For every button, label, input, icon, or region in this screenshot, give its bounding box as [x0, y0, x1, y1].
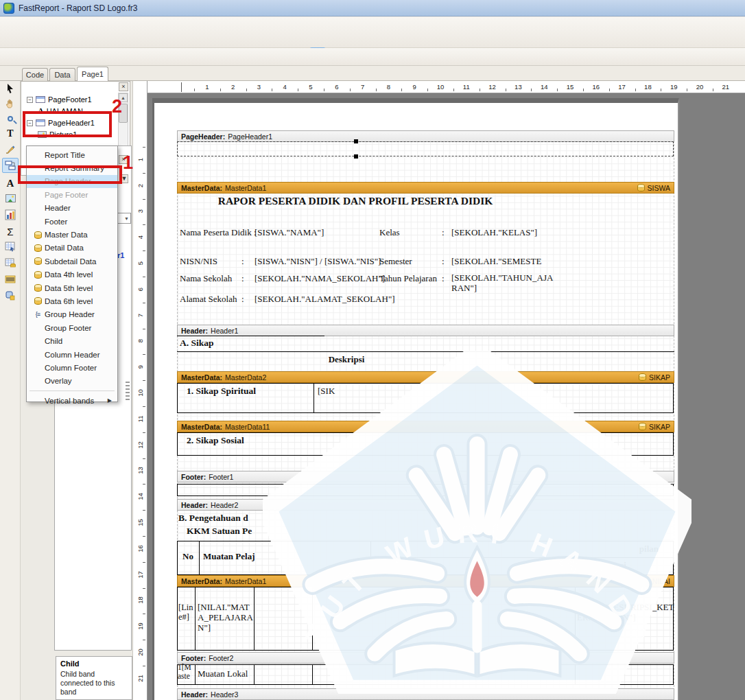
- field-separator[interactable]: :: [241, 273, 244, 284]
- shape-object-tool[interactable]: [2, 288, 19, 303]
- menu-item-overlay[interactable]: Overlay: [27, 375, 117, 388]
- hint-title: Child: [60, 660, 128, 668]
- field-value[interactable]: [SEKOLAH."KELAS"]: [451, 227, 537, 238]
- close-icon[interactable]: ×: [119, 82, 128, 91]
- tab-label: Code: [26, 71, 44, 79]
- menu-item-page-footer[interactable]: Page Footer: [27, 188, 117, 201]
- column-no[interactable]: No: [177, 551, 199, 562]
- kkm-label[interactable]: KKM Satuan Pe: [187, 526, 252, 537]
- field-separator[interactable]: :: [442, 256, 445, 267]
- footer-cell-fragment[interactable]: 1[Maste: [178, 663, 194, 681]
- field-label: Nama Peserta Didik :: [180, 227, 257, 238]
- matrix-object-tool[interactable]: [2, 255, 19, 270]
- field-value[interactable]: [SEKOLAH."SEMESTE: [451, 256, 675, 267]
- band-header-pageheader1[interactable]: PageHeader: PageHeader1: [177, 130, 674, 142]
- sikap-sosial-label[interactable]: 2. Sikap Sosial: [187, 435, 244, 446]
- sikap-spiritual-label[interactable]: 1. Sikap Spiritual: [187, 386, 256, 397]
- menu-item-vertical-bands[interactable]: Vertical bands▶: [27, 394, 117, 407]
- menu-item-header[interactable]: Header: [27, 202, 117, 215]
- menu-item-data-6th-level[interactable]: Data 6th level: [27, 294, 117, 307]
- title-bar[interactable]: FastReport - Raport SD Logo.fr3: [0, 0, 745, 16]
- tab-page1[interactable]: Page1: [77, 67, 108, 81]
- band-name: PageHeader1: [228, 132, 272, 141]
- zoom-tool[interactable]: [2, 111, 19, 126]
- tab-data[interactable]: Data: [49, 68, 75, 81]
- text-editor-tool[interactable]: T: [2, 126, 19, 141]
- field-label[interactable]: Kelas: [379, 227, 400, 238]
- field-value[interactable]: [SEKOLAH."NAMA_SEKOLAH"]: [255, 273, 385, 284]
- field-value[interactable]: [SISWA."NISN"] / [SISWA."NIS"]: [255, 256, 381, 267]
- text-object-tool[interactable]: A: [2, 176, 19, 191]
- field-combobox-fragment[interactable]: ▼: [117, 213, 131, 224]
- select-tool[interactable]: [2, 81, 19, 96]
- ruler-tick: [350, 89, 351, 91]
- hand-tool[interactable]: [2, 96, 19, 111]
- menu-item-child[interactable]: Child: [27, 334, 117, 347]
- subject-cell[interactable]: [NILAI."MATA_PELAJARAN"]: [198, 603, 254, 633]
- report-title-text[interactable]: RAPOR PESERTA DIDIK DAN PROFIL PESERTA D…: [177, 195, 534, 207]
- tree-collapse-icon[interactable]: −: [27, 97, 33, 103]
- field-separator[interactable]: :: [442, 227, 445, 238]
- menu-item-group-header[interactable]: {≡Group Header: [27, 308, 117, 321]
- ruler-tick: [220, 89, 221, 91]
- selection-handle[interactable]: [354, 154, 358, 159]
- band-type: MasterData:: [181, 373, 222, 382]
- field-value[interactable]: [SISWA."NAMA"]: [255, 227, 324, 238]
- field-value[interactable]: [SEKOLAH."ALAMAT_SEKOLAH"]: [255, 294, 395, 305]
- chart-icon: [5, 209, 16, 220]
- barcode-object-tool[interactable]: [2, 272, 19, 287]
- menu-item-report-title[interactable]: Report Title: [27, 148, 117, 161]
- cell-border: [254, 587, 255, 651]
- tab-code[interactable]: Code: [22, 68, 48, 81]
- field-label[interactable]: Nama Sekolah: [180, 273, 232, 284]
- menu-item-footer[interactable]: Footer: [27, 215, 117, 228]
- table-object-tool[interactable]: [2, 239, 19, 254]
- chart-object-tool[interactable]: [2, 207, 19, 222]
- field-label[interactable]: Alamat Sekolah: [180, 294, 237, 305]
- menu-separator: [29, 390, 115, 391]
- menu-item-detail-data[interactable]: Detail Data: [27, 242, 117, 255]
- menu-item-master-data[interactable]: Master Data: [27, 228, 117, 241]
- database-icon: [31, 244, 45, 252]
- menu-item-subdetail-data[interactable]: Subdetail Data: [27, 255, 117, 268]
- splitter-grip[interactable]: [126, 382, 130, 402]
- field-separator[interactable]: :: [241, 256, 244, 267]
- field-separator[interactable]: :: [241, 294, 244, 305]
- ruler-tick: [143, 380, 145, 381]
- band-header-header1[interactable]: Header: Header1: [177, 325, 674, 336]
- field-label[interactable]: Semester: [379, 256, 412, 267]
- muatan-lokal-cell[interactable]: Muatan Lokal: [198, 668, 248, 679]
- selection-handle[interactable]: [354, 139, 358, 143]
- ruler-tick: [143, 484, 145, 485]
- cell-border: [177, 336, 324, 336]
- ruler-number: 3: [257, 83, 261, 91]
- band-name: Footer2: [209, 654, 233, 662]
- field-separator[interactable]: :: [442, 273, 445, 284]
- tree-item-pagefooter1[interactable]: − PageFooter1: [27, 94, 92, 105]
- tab-bar: Code Data Page1: [0, 66, 745, 81]
- ruler-tick: [143, 640, 145, 640]
- field-value[interactable]: [SEKOLAH."TAHUN_AJARAN"]: [451, 273, 557, 294]
- ruler-number: 6: [335, 83, 338, 91]
- picture-object-tool[interactable]: [2, 191, 19, 206]
- line-number-cell[interactable]: [Line#]: [178, 603, 195, 622]
- column-subject[interactable]: Muatan Pelaj: [203, 551, 255, 562]
- menu-item-column-header[interactable]: Column Header: [27, 348, 117, 361]
- cell-border: [254, 664, 255, 685]
- insert-band-tool[interactable]: [2, 158, 19, 173]
- systext-object-tool[interactable]: Σ: [2, 224, 19, 239]
- menu-item-column-footer[interactable]: Column Footer: [27, 361, 117, 374]
- band-header-masterdata1[interactable]: MasterData: MasterData1 SISWA: [177, 182, 674, 194]
- menu-item-group-footer[interactable]: Group Footer: [27, 321, 117, 334]
- pageheader-band-content[interactable]: [177, 141, 674, 156]
- ruler-tick: [713, 89, 713, 91]
- section-b-label[interactable]: B. Pengetahuan d: [178, 513, 248, 524]
- field-label[interactable]: Tahun Pelajaran: [379, 273, 437, 284]
- menu-item-data-4th-level[interactable]: Data 4th level: [27, 268, 117, 281]
- section-a-label[interactable]: A. Sikap: [180, 338, 214, 349]
- format-painter-tool[interactable]: [2, 141, 19, 156]
- data-tree-item-fragment[interactable]: r1: [117, 251, 131, 259]
- menu-item-data-5th-level[interactable]: Data 5th level: [27, 281, 117, 294]
- field-label[interactable]: NISN/NIS: [180, 256, 217, 267]
- band-name: Header3: [211, 690, 238, 699]
